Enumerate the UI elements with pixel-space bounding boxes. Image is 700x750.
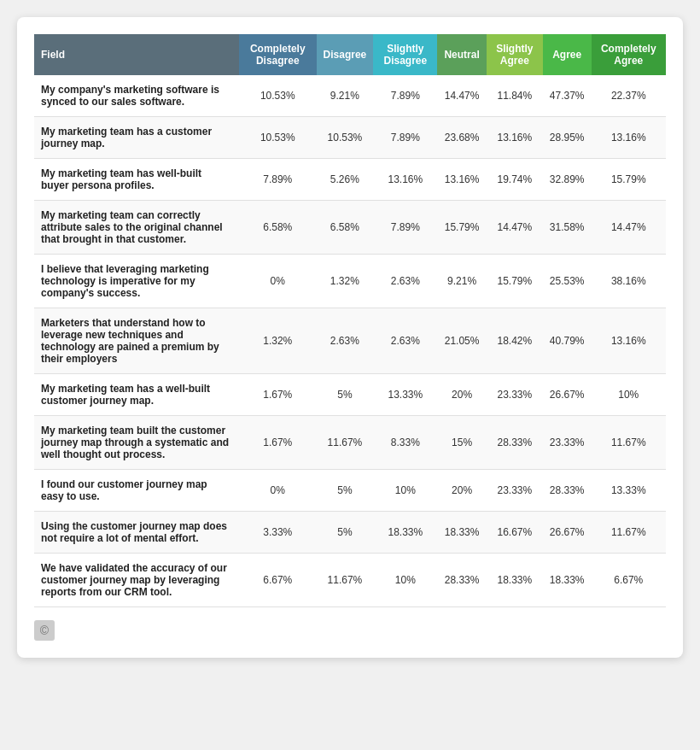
table-row: Marketers that understand how to leverag… <box>34 308 666 374</box>
header-slightly-agree: Slightly Agree <box>487 34 543 75</box>
cell-slightly_disagree: 2.63% <box>373 308 437 374</box>
cell-completely_agree: 14.47% <box>592 201 666 255</box>
cell-field: Marketers that understand how to leverag… <box>34 308 239 374</box>
cell-slightly_agree: 18.42% <box>487 308 543 374</box>
cell-slightly_agree: 14.47% <box>487 201 543 255</box>
cell-agree: 18.33% <box>543 554 592 607</box>
cell-completely_agree: 22.37% <box>592 75 666 117</box>
cell-completely_disagree: 0% <box>239 255 317 308</box>
cell-completely_agree: 15.79% <box>592 159 666 201</box>
table-row: My marketing team built the customer jou… <box>34 416 666 470</box>
table-row: My company's marketing software is synce… <box>34 75 666 117</box>
cell-disagree: 11.67% <box>317 554 374 607</box>
cell-disagree: 9.21% <box>317 75 374 117</box>
cell-field: I found our customer journey map easy to… <box>34 470 239 512</box>
cell-disagree: 10.53% <box>317 117 374 159</box>
cell-agree: 47.37% <box>543 75 592 117</box>
cell-slightly_disagree: 2.63% <box>373 255 437 308</box>
cell-completely_disagree: 1.67% <box>239 374 317 416</box>
table-row: My marketing team has a customer journey… <box>34 117 666 159</box>
cell-disagree: 5% <box>317 470 374 512</box>
table-row: My marketing team can correctly attribut… <box>34 201 666 255</box>
cell-agree: 26.67% <box>543 374 592 416</box>
cell-slightly_agree: 15.79% <box>487 255 543 308</box>
cell-completely_agree: 38.16% <box>592 255 666 308</box>
cell-slightly_agree: 19.74% <box>487 159 543 201</box>
cell-slightly_disagree: 10% <box>373 470 437 512</box>
cell-agree: 32.89% <box>543 159 592 201</box>
table-row: I found our customer journey map easy to… <box>34 470 666 512</box>
cell-neutral: 13.16% <box>437 159 486 201</box>
cell-disagree: 2.63% <box>317 308 374 374</box>
cell-slightly_agree: 13.16% <box>487 117 543 159</box>
cell-field: My marketing team can correctly attribut… <box>34 201 239 255</box>
cell-slightly_disagree: 7.89% <box>373 117 437 159</box>
cell-completely_agree: 11.67% <box>592 512 666 554</box>
cell-completely_disagree: 10.53% <box>239 75 317 117</box>
cell-completely_disagree: 6.58% <box>239 201 317 255</box>
cell-agree: 26.67% <box>543 512 592 554</box>
logo-icon: © <box>34 620 55 641</box>
cell-neutral: 15.79% <box>437 201 486 255</box>
cell-slightly_agree: 18.33% <box>487 554 543 607</box>
cell-agree: 23.33% <box>543 416 592 470</box>
cell-disagree: 5.26% <box>317 159 374 201</box>
cell-field: My marketing team has well-built buyer p… <box>34 159 239 201</box>
table-row: My marketing team has a well-built custo… <box>34 374 666 416</box>
cell-agree: 25.53% <box>543 255 592 308</box>
cell-slightly_agree: 28.33% <box>487 416 543 470</box>
cell-disagree: 1.32% <box>317 255 374 308</box>
table-row: We have validated the accuracy of our cu… <box>34 554 666 607</box>
cell-disagree: 11.67% <box>317 416 374 470</box>
cell-completely_disagree: 10.53% <box>239 117 317 159</box>
header-completely-agree: Completely Agree <box>592 34 666 75</box>
cell-neutral: 28.33% <box>437 554 486 607</box>
cell-slightly_agree: 16.67% <box>487 512 543 554</box>
cell-slightly_disagree: 13.16% <box>373 159 437 201</box>
cell-neutral: 15% <box>437 416 486 470</box>
cell-neutral: 20% <box>437 374 486 416</box>
cell-neutral: 21.05% <box>437 308 486 374</box>
cell-field: My marketing team has a customer journey… <box>34 117 239 159</box>
cell-field: I believe that leveraging marketing tech… <box>34 255 239 308</box>
cell-field: We have validated the accuracy of our cu… <box>34 554 239 607</box>
cell-completely_disagree: 0% <box>239 470 317 512</box>
table-row: I believe that leveraging marketing tech… <box>34 255 666 308</box>
cell-slightly_disagree: 18.33% <box>373 512 437 554</box>
cell-field: My marketing team has a well-built custo… <box>34 374 239 416</box>
cell-agree: 28.95% <box>543 117 592 159</box>
header-field: Field <box>34 34 239 75</box>
cell-slightly_agree: 23.33% <box>487 374 543 416</box>
table-row: Using the customer journey map does not … <box>34 512 666 554</box>
survey-table: Field Completely Disagree Disagree Sligh… <box>34 34 666 607</box>
cell-completely_agree: 6.67% <box>592 554 666 607</box>
cell-slightly_disagree: 7.89% <box>373 75 437 117</box>
cell-disagree: 5% <box>317 512 374 554</box>
cell-disagree: 6.58% <box>317 201 374 255</box>
header-slightly-disagree: Slightly Disagree <box>373 34 437 75</box>
cell-completely_agree: 13.33% <box>592 470 666 512</box>
cell-neutral: 14.47% <box>437 75 486 117</box>
cell-agree: 31.58% <box>543 201 592 255</box>
table-row: My marketing team has well-built buyer p… <box>34 159 666 201</box>
cell-completely_disagree: 7.89% <box>239 159 317 201</box>
cell-slightly_agree: 11.84% <box>487 75 543 117</box>
cell-completely_disagree: 6.67% <box>239 554 317 607</box>
cell-field: My company's marketing software is synce… <box>34 75 239 117</box>
page-wrapper: Field Completely Disagree Disagree Sligh… <box>17 17 683 658</box>
cell-slightly_disagree: 8.33% <box>373 416 437 470</box>
cell-agree: 40.79% <box>543 308 592 374</box>
header-disagree: Disagree <box>317 34 374 75</box>
cell-completely_agree: 10% <box>592 374 666 416</box>
header-completely-disagree: Completely Disagree <box>239 34 317 75</box>
cell-agree: 28.33% <box>543 470 592 512</box>
cell-slightly_agree: 23.33% <box>487 470 543 512</box>
cell-slightly_disagree: 7.89% <box>373 201 437 255</box>
cell-disagree: 5% <box>317 374 374 416</box>
cell-completely_disagree: 3.33% <box>239 512 317 554</box>
cell-completely_agree: 13.16% <box>592 117 666 159</box>
cell-completely_agree: 13.16% <box>592 308 666 374</box>
cell-field: Using the customer journey map does not … <box>34 512 239 554</box>
cell-neutral: 20% <box>437 470 486 512</box>
cell-completely_agree: 11.67% <box>592 416 666 470</box>
